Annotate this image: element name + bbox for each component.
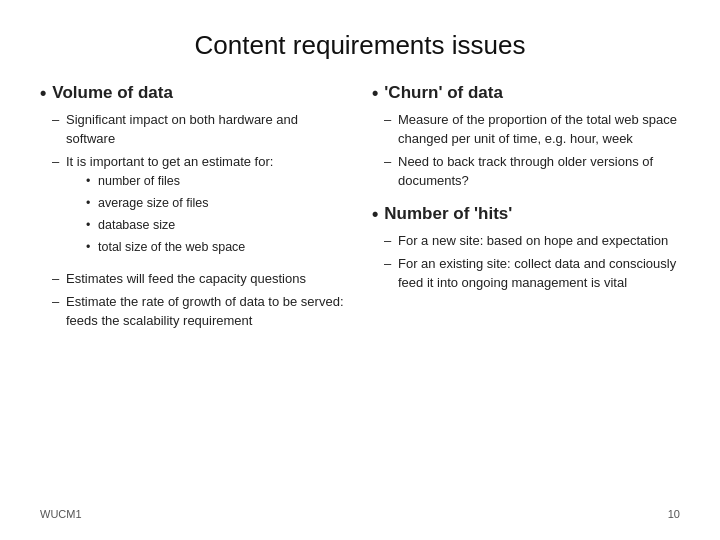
list-item: total size of the web space bbox=[86, 238, 348, 256]
footer-page: 10 bbox=[668, 508, 680, 520]
list-item: Need to back track through older version… bbox=[384, 153, 680, 191]
left-section-title: • Volume of data bbox=[40, 83, 348, 103]
list-item: Estimates will feed the capacity questio… bbox=[52, 270, 348, 289]
list-item: database size bbox=[86, 216, 348, 234]
left-section-label: Volume of data bbox=[52, 83, 173, 103]
footer-label: WUCM1 bbox=[40, 508, 82, 520]
content-area: • Volume of data Significant impact on b… bbox=[40, 83, 680, 498]
right-column: • 'Churn' of data Measure of the proport… bbox=[372, 83, 680, 498]
list-item: Measure of the proportion of the total w… bbox=[384, 111, 680, 149]
left-column: • Volume of data Significant impact on b… bbox=[40, 83, 348, 498]
hits-items: For a new site: based on hope and expect… bbox=[384, 232, 680, 297]
list-item: Significant impact on both hardware and … bbox=[52, 111, 348, 149]
churn-items: Measure of the proportion of the total w… bbox=[384, 111, 680, 194]
left-sub-items: Significant impact on both hardware and … bbox=[52, 111, 348, 260]
right-section1-label: 'Churn' of data bbox=[384, 83, 503, 103]
list-item: It is important to get an estimate for: … bbox=[52, 153, 348, 256]
slide-title: Content requirements issues bbox=[40, 30, 680, 61]
left-further-items: Estimates will feed the capacity questio… bbox=[52, 270, 348, 335]
list-item: For a new site: based on hope and expect… bbox=[384, 232, 680, 251]
list-item: For an existing site: collect data and c… bbox=[384, 255, 680, 293]
right-section1-title: • 'Churn' of data bbox=[372, 83, 680, 103]
footer: WUCM1 10 bbox=[40, 508, 680, 520]
right-bullet-dot-2: • bbox=[372, 205, 378, 223]
left-bullet-dot: • bbox=[40, 84, 46, 102]
slide: Content requirements issues • Volume of … bbox=[0, 0, 720, 540]
right-section2-title: • Number of 'hits' bbox=[372, 204, 680, 224]
bullet-sub-list: number of files average size of files da… bbox=[86, 172, 348, 257]
right-bullet-dot-1: • bbox=[372, 84, 378, 102]
list-item: Estimate the rate of growth of data to b… bbox=[52, 293, 348, 331]
list-item: number of files bbox=[86, 172, 348, 190]
list-item: average size of files bbox=[86, 194, 348, 212]
right-section2-label: Number of 'hits' bbox=[384, 204, 512, 224]
